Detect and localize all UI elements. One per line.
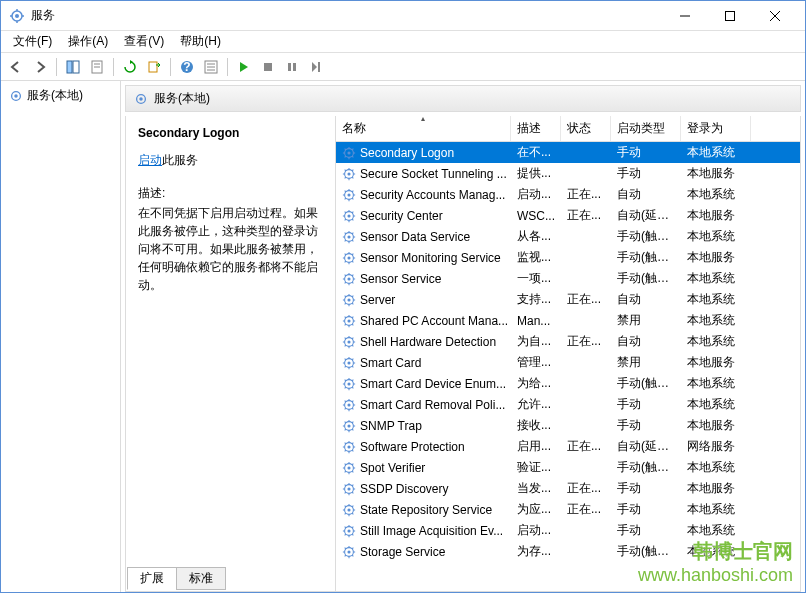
service-name: Shared PC Account Mana... (360, 314, 508, 328)
service-row[interactable]: SSDP Discovery当发...正在...手动本地服务 (336, 478, 800, 499)
start-service-link-row: 启动此服务 (138, 152, 323, 169)
svg-point-181 (347, 466, 350, 469)
column-status[interactable]: 状态 (561, 116, 611, 141)
svg-line-187 (352, 471, 353, 472)
forward-button[interactable] (29, 56, 51, 78)
service-icon (342, 440, 356, 454)
service-icon (342, 209, 356, 223)
tab-extended[interactable]: 扩展 (127, 567, 177, 590)
service-icon (342, 356, 356, 370)
service-desc: 为给... (511, 375, 561, 392)
description-label: 描述: (138, 185, 323, 202)
svg-line-88 (352, 253, 353, 254)
service-desc: 在不... (511, 144, 561, 161)
service-row[interactable]: Software Protection启用...正在...自动(延迟...网络服… (336, 436, 800, 457)
menubar: 文件(F) 操作(A) 查看(V) 帮助(H) (1, 31, 805, 53)
service-row[interactable]: Still Image Acquisition Ev...启动...手动本地系统 (336, 520, 800, 541)
service-name: Secondary Logon (360, 146, 454, 160)
service-row[interactable]: Security Accounts Manag...启动...正在...自动本地… (336, 184, 800, 205)
service-icon (342, 419, 356, 433)
column-logon[interactable]: 登录为 (681, 116, 751, 141)
svg-point-71 (347, 235, 350, 238)
column-startup[interactable]: 启动类型 (611, 116, 681, 141)
service-startup: 手动 (611, 144, 681, 161)
svg-line-109 (345, 303, 346, 304)
menu-file[interactable]: 文件(F) (5, 31, 60, 52)
refresh-button[interactable] (119, 56, 141, 78)
start-service-button[interactable] (233, 56, 255, 78)
svg-point-29 (139, 97, 143, 101)
service-row[interactable]: Smart Card管理...禁用本地服务 (336, 352, 800, 373)
service-desc: 管理... (511, 354, 561, 371)
svg-line-138 (352, 358, 353, 359)
svg-line-227 (352, 555, 353, 556)
service-row[interactable]: Server支持...正在...自动本地系统 (336, 289, 800, 310)
service-startup: 手动 (611, 501, 681, 518)
start-suffix: 此服务 (162, 153, 198, 167)
service-startup: 手动(触发... (611, 375, 681, 392)
service-startup: 自动 (611, 291, 681, 308)
tab-standard[interactable]: 标准 (176, 567, 226, 590)
list-body[interactable]: Secondary Logon在不...手动本地系统Secure Socket … (336, 142, 800, 591)
right-panel: 服务(本地) Secondary Logon 启动此服务 描述: 在不同凭据下启… (121, 81, 805, 592)
properties-icon[interactable] (200, 56, 222, 78)
service-row[interactable]: Sensor Monitoring Service监视...手动(触发...本地… (336, 247, 800, 268)
service-logon: 本地服务 (681, 207, 751, 224)
start-link[interactable]: 启动 (138, 153, 162, 167)
svg-line-66 (345, 211, 346, 212)
service-row[interactable]: Secure Socket Tunneling ...提供...手动本地服务 (336, 163, 800, 184)
maximize-button[interactable] (707, 2, 752, 30)
service-desc: 支持... (511, 291, 561, 308)
service-row[interactable]: Shell Hardware Detection为自...正在...自动本地系统 (336, 331, 800, 352)
export-button[interactable] (143, 56, 165, 78)
column-desc[interactable]: 描述 (511, 116, 561, 141)
content-split: Secondary Logon 启动此服务 描述: 在不同凭据下启用启动过程。如… (125, 116, 801, 592)
svg-line-98 (352, 274, 353, 275)
close-button[interactable] (752, 2, 797, 30)
service-icon (342, 377, 356, 391)
svg-line-179 (345, 450, 346, 451)
svg-line-46 (345, 169, 346, 170)
service-startup: 手动(触发... (611, 228, 681, 245)
service-row[interactable]: Spot Verifier验证...手动(触发...本地系统 (336, 457, 800, 478)
svg-point-81 (347, 256, 350, 259)
service-row[interactable]: Security CenterWSC...正在...自动(延迟...本地服务 (336, 205, 800, 226)
service-row[interactable]: Smart Card Removal Poli...允许...手动本地系统 (336, 394, 800, 415)
restart-service-button[interactable] (305, 56, 327, 78)
service-row[interactable]: Storage Service为存...手动(触发...本地系统 (336, 541, 800, 562)
service-startup: 手动(触发... (611, 270, 681, 287)
service-row[interactable]: State Repository Service为应...正在...手动本地系统 (336, 499, 800, 520)
service-row[interactable]: Smart Card Device Enum...为给...手动(触发...本地… (336, 373, 800, 394)
service-row[interactable]: SNMP Trap接收...手动本地服务 (336, 415, 800, 436)
column-name[interactable]: 名称▴ (336, 116, 511, 141)
show-hide-tree-button[interactable] (62, 56, 84, 78)
service-row[interactable]: Secondary Logon在不...手动本地系统 (336, 142, 800, 163)
svg-line-106 (345, 295, 346, 296)
svg-rect-22 (264, 63, 272, 71)
help-button[interactable]: ? (176, 56, 198, 78)
menu-help[interactable]: 帮助(H) (172, 31, 229, 52)
service-name: Storage Service (360, 545, 445, 559)
back-button[interactable] (5, 56, 27, 78)
tree-root-label: 服务(本地) (27, 87, 83, 104)
menu-view[interactable]: 查看(V) (116, 31, 172, 52)
stop-service-button[interactable] (257, 56, 279, 78)
pause-service-button[interactable] (281, 56, 303, 78)
service-desc: 监视... (511, 249, 561, 266)
svg-line-146 (345, 379, 346, 380)
service-startup: 自动(延迟... (611, 438, 681, 455)
selected-service-name: Secondary Logon (138, 126, 323, 140)
tree-root-item[interactable]: 服务(本地) (5, 85, 116, 106)
service-row[interactable]: Sensor Data Service从各...手动(触发...本地系统 (336, 226, 800, 247)
service-row[interactable]: Sensor Service一项...手动(触发...本地系统 (336, 268, 800, 289)
service-row[interactable]: Shared PC Account Mana...Man...禁用本地系统 (336, 310, 800, 331)
service-name: Server (360, 293, 395, 307)
service-name: Sensor Monitoring Service (360, 251, 501, 265)
minimize-button[interactable] (662, 2, 707, 30)
properties-button[interactable] (86, 56, 108, 78)
svg-line-96 (345, 274, 346, 275)
service-logon: 本地系统 (681, 501, 751, 518)
tree-panel: 服务(本地) (1, 81, 121, 592)
svg-point-1 (15, 14, 19, 18)
menu-action[interactable]: 操作(A) (60, 31, 116, 52)
